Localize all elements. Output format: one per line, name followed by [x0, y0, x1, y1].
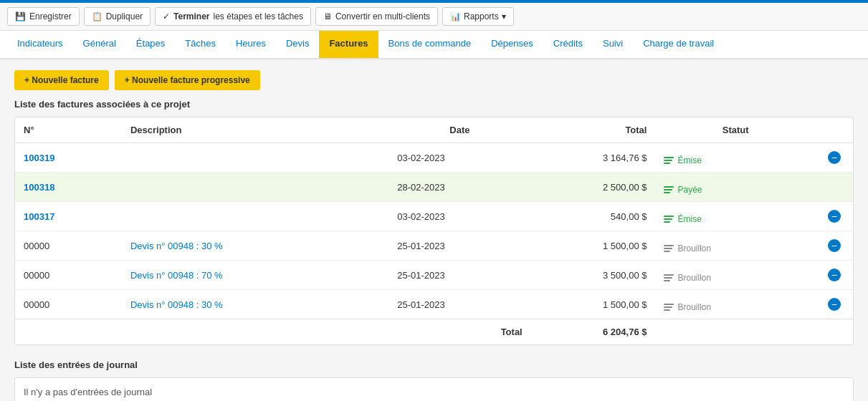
cell-no: 00000	[15, 231, 122, 261]
nav-tabs: Indicateurs Général Étapes Tâches Heures…	[0, 31, 868, 59]
action-buttons: + Nouvelle facture + Nouvelle facture pr…	[14, 70, 854, 90]
tab-suivi[interactable]: Suivi	[593, 31, 633, 58]
lines-icon	[664, 304, 674, 311]
table-row: 100317 03-02-2023 540,00 $ Émise −	[15, 202, 853, 231]
status-badge: Émise	[664, 214, 701, 224]
rapports-button[interactable]: 📊 Rapports ▾	[442, 7, 514, 26]
cell-total: 3 164,76 $	[531, 143, 656, 173]
cell-statut: Brouillon	[655, 261, 815, 290]
cell-delete[interactable]: −	[816, 202, 853, 231]
nouvelle-facture-label: + Nouvelle facture	[24, 75, 99, 85]
cell-no: 00000	[15, 261, 122, 290]
delete-icon[interactable]: −	[828, 269, 841, 281]
check-icon: ✓	[163, 11, 170, 21]
cell-description[interactable]: Devis n° 00948 : 30 %	[122, 231, 388, 261]
col-statut: Statut	[655, 117, 815, 143]
col-actions	[816, 117, 853, 143]
cell-delete	[816, 173, 853, 202]
cell-date: 03-02-2023	[388, 143, 531, 173]
tab-indicateurs[interactable]: Indicateurs	[7, 31, 73, 58]
cell-description	[122, 202, 388, 231]
cell-statut: Payée	[655, 173, 815, 202]
table-row: 00000 Devis n° 00948 : 30 % 25-01-2023 1…	[15, 290, 853, 319]
convert-icon: 🖥	[323, 11, 332, 21]
cell-date: 25-01-2023	[388, 261, 531, 290]
cell-no[interactable]: 100317	[15, 202, 122, 231]
status-badge: Brouillon	[664, 273, 711, 283]
dupliquer-label: Dupliquer	[106, 11, 143, 21]
lines-icon	[664, 216, 674, 223]
tab-heures[interactable]: Heures	[226, 31, 276, 58]
journal-container: Il n'y a pas d'entrées de journal	[14, 377, 854, 401]
tab-credits[interactable]: Crédits	[543, 31, 593, 58]
table-header-row: N° Description Date Total Statut	[15, 117, 853, 143]
tab-general[interactable]: Général	[73, 31, 126, 58]
tab-taches[interactable]: Tâches	[175, 31, 226, 58]
cell-delete[interactable]: −	[816, 261, 853, 290]
tab-etapes[interactable]: Étapes	[126, 31, 175, 58]
cell-date: 25-01-2023	[388, 231, 531, 261]
status-badge: Brouillon	[664, 243, 711, 253]
tab-depenses[interactable]: Dépenses	[481, 31, 543, 58]
col-total: Total	[531, 117, 656, 143]
save-icon: 💾	[15, 11, 26, 21]
cell-statut: Émise	[655, 143, 815, 173]
enregistrer-label: Enregistrer	[29, 11, 72, 21]
lines-icon	[664, 245, 674, 252]
tab-factures[interactable]: Factures	[319, 31, 378, 58]
cell-date: 03-02-2023	[388, 202, 531, 231]
tab-devis[interactable]: Devis	[276, 31, 320, 58]
convertir-label: Convertir en multi-clients	[335, 11, 430, 21]
tab-charge[interactable]: Charge de travail	[633, 31, 724, 58]
delete-icon[interactable]: −	[828, 151, 841, 164]
nouvelle-progressive-label: + Nouvelle facture progressive	[125, 75, 250, 85]
nouvelle-facture-button[interactable]: + Nouvelle facture	[14, 70, 109, 90]
cell-statut: Brouillon	[655, 231, 815, 261]
convertir-button[interactable]: 🖥 Convertir en multi-clients	[315, 7, 438, 26]
total-value: 6 204,76 $	[531, 319, 656, 345]
delete-icon[interactable]: −	[828, 210, 841, 223]
status-badge: Émise	[664, 155, 701, 165]
cell-total: 1 500,00 $	[531, 290, 656, 319]
total-label: Total	[15, 319, 531, 345]
cell-no[interactable]: 100319	[15, 143, 122, 173]
invoice-table: N° Description Date Total Statut 100319 …	[15, 117, 853, 344]
cell-date: 28-02-2023	[388, 173, 531, 202]
cell-description[interactable]: Devis n° 00948 : 30 %	[122, 290, 388, 319]
table-row: 100319 03-02-2023 3 164,76 $ Émise −	[15, 143, 853, 173]
cell-no: 00000	[15, 290, 122, 319]
delete-icon[interactable]: −	[828, 298, 841, 311]
table-row: 00000 Devis n° 00948 : 70 % 25-01-2023 3…	[15, 261, 853, 290]
chart-icon: 📊	[450, 11, 461, 21]
invoice-table-container: N° Description Date Total Statut 100319 …	[14, 117, 854, 345]
nouvelle-progressive-button[interactable]: + Nouvelle facture progressive	[115, 70, 260, 90]
delete-icon[interactable]: −	[828, 239, 841, 252]
lines-icon	[664, 274, 674, 281]
cell-total: 1 500,00 $	[531, 231, 656, 261]
status-badge: Brouillon	[664, 302, 711, 312]
terminer-button[interactable]: ✓ Terminer les étapes et les tâches	[155, 7, 311, 26]
col-description: Description	[122, 117, 388, 143]
journal-section: Liste des entrées de journal Il n'y a pa…	[14, 359, 854, 401]
cell-delete[interactable]: −	[816, 231, 853, 261]
journal-title: Liste des entrées de journal	[14, 359, 854, 370]
cell-total: 540,00 $	[531, 202, 656, 231]
cell-description	[122, 143, 388, 173]
chevron-down-icon: ▾	[502, 11, 506, 21]
total-row: Total 6 204,76 $	[15, 319, 853, 345]
cell-description[interactable]: Devis n° 00948 : 70 %	[122, 261, 388, 290]
tab-bons[interactable]: Bons de commande	[378, 31, 482, 58]
toolbar: 💾 Enregistrer 📋 Dupliquer ✓ Terminer les…	[0, 3, 868, 31]
status-badge: Payée	[664, 185, 702, 195]
enregistrer-button[interactable]: 💾 Enregistrer	[7, 7, 80, 26]
cell-delete[interactable]: −	[816, 290, 853, 319]
cell-statut: Brouillon	[655, 290, 815, 319]
dupliquer-button[interactable]: 📋 Dupliquer	[84, 7, 151, 26]
cell-total: 3 500,00 $	[531, 261, 656, 290]
cell-delete[interactable]: −	[816, 143, 853, 173]
cell-statut: Émise	[655, 202, 815, 231]
table-row: 00000 Devis n° 00948 : 30 % 25-01-2023 1…	[15, 231, 853, 261]
table-row: 100318 28-02-2023 2 500,00 $ Payée	[15, 173, 853, 202]
cell-no[interactable]: 100318	[15, 173, 122, 202]
rapports-label: Rapports	[464, 11, 499, 21]
